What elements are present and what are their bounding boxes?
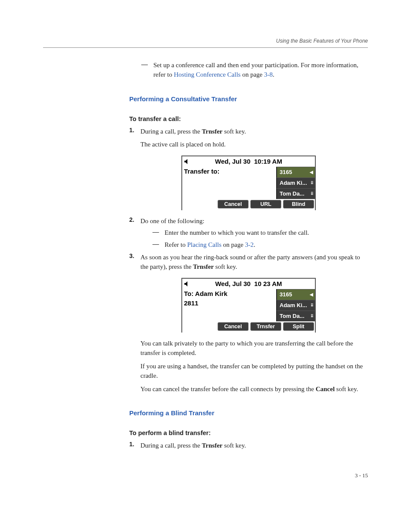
after-para-3: You can cancel the transfer before the c…	[140, 384, 368, 394]
phone1-softkey-row: Cancel URL Blind	[182, 199, 315, 210]
keypad-icon: ⠿	[311, 303, 313, 308]
arrow-left-icon: ◀	[310, 170, 313, 174]
arrow-left-icon: ◀	[310, 292, 313, 297]
softkey-cancel: Cancel	[218, 322, 249, 331]
step-2-option-2-text: Refer to Placing Calls on page 3-2.	[165, 240, 368, 250]
softkey-url: URL	[250, 200, 281, 208]
step-1-body: During a call, press the Trnsfer soft ke…	[140, 127, 368, 137]
dash-bullet: —	[141, 61, 153, 80]
intro-dash-item: — Set up a conference call and then end …	[141, 61, 368, 80]
phone2-time: 10 23 AM	[254, 280, 282, 287]
step-number: 1.	[129, 127, 140, 137]
phone1-main-line2	[182, 176, 276, 178]
running-header: Using the Basic Features of Your Phone	[43, 38, 368, 44]
phone2-linekey-2: Adam Ki...⠿	[276, 300, 315, 311]
phone1-main-line1: Transfer to:	[182, 167, 276, 177]
phone-screenshot-2: Wed, Jul 30 10 23 AM To: Adam Kirk 2811 …	[129, 278, 368, 333]
link-hosting-conference[interactable]: Hosting Conference Calls	[174, 71, 240, 78]
phone1-time: 10:19 AM	[254, 158, 282, 165]
page-ref[interactable]: 3-2	[245, 241, 254, 248]
step-3: 3. As soon as you hear the ring-back sou…	[129, 252, 368, 272]
phone2-date: Wed, Jul 30	[215, 280, 250, 287]
page-number: 3 - 15	[43, 472, 368, 479]
softkey-cancel: Cancel	[218, 200, 249, 208]
phone1-linekey-1: 3165◀	[276, 167, 315, 177]
phone1-date: Wed, Jul 30	[215, 158, 250, 165]
keypad-icon: ⠿	[311, 181, 313, 185]
softkey-trnsfer: Trnsfer	[250, 322, 281, 331]
svg-marker-0	[184, 159, 187, 164]
subheading-blind-transfer: To perform a blind transfer:	[129, 429, 368, 436]
step-2-body: Do one of the following:	[140, 216, 368, 226]
speaker-icon	[184, 159, 190, 165]
dash-bullet: —	[153, 240, 165, 250]
phone1-linekey-3: Tom Da...⠿	[276, 188, 315, 199]
page-ref[interactable]: 3-8	[264, 71, 273, 78]
after-para-1: You can talk privately to the party to w…	[140, 339, 368, 358]
step-1-result: The active call is placed on hold.	[140, 140, 368, 149]
blind-step-1-body: During a call, press the Trnsfer soft ke…	[140, 441, 368, 451]
step-2-option-1-text: Enter the number to which you want to tr…	[165, 228, 368, 238]
phone2-main-line2: 2811	[182, 299, 276, 308]
phone2-softkey-row: Cancel Trnsfer Split	[182, 321, 315, 333]
softkey-blind: Blind	[283, 200, 314, 208]
phone-screenshot-1: Wed, Jul 30 10:19 AM Transfer to: 3165◀ …	[129, 156, 368, 210]
softkey-split: Split	[283, 322, 314, 331]
step-number: 2.	[129, 216, 140, 226]
phone2-main-line1: To: Adam Kirk	[182, 289, 276, 299]
step-number: 3.	[129, 252, 140, 272]
intro-dash-text: Set up a conference call and then end yo…	[153, 61, 368, 80]
phone2-linekey-3: Tom Da...⠿	[276, 311, 315, 321]
keypad-icon: ⠿	[311, 192, 313, 196]
blind-step-1: 1. During a call, press the Trnsfer soft…	[129, 441, 368, 451]
step-2: 2. Do one of the following:	[129, 216, 368, 226]
header-rule	[43, 47, 368, 48]
phone2-linekey-1: 3165◀	[276, 289, 315, 300]
keypad-icon: ⠿	[311, 314, 313, 318]
step-2-option-2: — Refer to Placing Calls on page 3-2.	[153, 240, 368, 250]
heading-consultative-transfer: Performing a Consultative Transfer	[129, 95, 368, 103]
step-1: 1. During a call, press the Trnsfer soft…	[129, 127, 368, 137]
phone2-titlebar: Wed, Jul 30 10 23 AM	[182, 279, 315, 289]
link-placing-calls[interactable]: Placing Calls	[187, 241, 221, 248]
speaker-icon	[184, 281, 190, 287]
after-para-2: If you are using a handset, the transfer…	[140, 361, 368, 381]
step-number: 1.	[129, 441, 140, 451]
heading-blind-transfer: Performing a Blind Transfer	[129, 409, 368, 417]
subheading-to-transfer: To transfer a call:	[129, 115, 368, 122]
dash-bullet: —	[153, 228, 165, 238]
phone1-titlebar: Wed, Jul 30 10:19 AM	[182, 156, 315, 167]
step-3-body: As soon as you hear the ring-back sound …	[140, 252, 368, 272]
phone1-linekey-2: Adam Ki...⠿	[276, 177, 315, 188]
step-2-option-1: — Enter the number to which you want to …	[153, 228, 368, 238]
svg-marker-1	[184, 281, 187, 286]
